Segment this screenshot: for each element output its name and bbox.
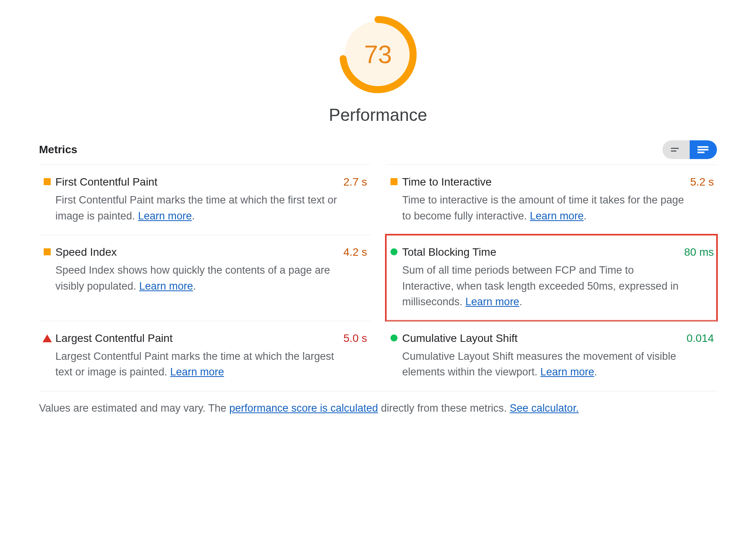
metric-body: Cumulative Layout Shift Cumulative Layou… bbox=[402, 332, 687, 380]
learn-more-link[interactable]: Learn more bbox=[170, 366, 224, 378]
metric-si: Speed Index Speed Index shows how quickl… bbox=[39, 235, 370, 321]
metric-description: First Contentful Paint marks the time at… bbox=[55, 192, 343, 224]
page-root: 73 Performance Metrics bbox=[0, 0, 756, 430]
metric-title: Total Blocking Time bbox=[402, 246, 684, 258]
learn-more-link[interactable]: Learn more bbox=[530, 210, 584, 222]
footnote-mid: directly from these metrics. bbox=[378, 402, 510, 414]
status-icon-cell bbox=[386, 176, 402, 185]
status-icon-cell bbox=[386, 246, 402, 255]
metrics-heading: Metrics bbox=[39, 143, 77, 156]
svg-rect-6 bbox=[697, 152, 705, 153]
metric-cls: Cumulative Layout Shift Cumulative Layou… bbox=[386, 321, 717, 391]
metric-body: First Contentful Paint First Contentful … bbox=[55, 176, 343, 224]
svg-rect-3 bbox=[671, 150, 676, 152]
metric-title: Time to Interactive bbox=[402, 176, 690, 188]
score-gauge-container: 73 Performance bbox=[39, 16, 717, 125]
metric-description: Time to interactive is the amount of tim… bbox=[402, 192, 690, 224]
metric-description: Speed Index shows how quickly the conten… bbox=[55, 262, 343, 294]
footnote: Values are estimated and may vary. The p… bbox=[39, 402, 717, 414]
status-icon-cell bbox=[386, 332, 402, 341]
metric-desc-post: . bbox=[584, 210, 587, 222]
status-icon-cell bbox=[39, 176, 55, 185]
status-fail-icon bbox=[43, 334, 52, 342]
metric-value: 0.014 bbox=[687, 332, 714, 345]
metric-value: 4.2 s bbox=[343, 246, 367, 258]
metric-desc-post: . bbox=[193, 280, 196, 292]
compact-view-icon bbox=[670, 146, 682, 154]
metric-desc-post: . bbox=[519, 296, 522, 308]
metric-desc-post: . bbox=[594, 366, 597, 378]
learn-more-link[interactable]: Learn more bbox=[540, 366, 594, 378]
status-average-icon bbox=[390, 178, 398, 185]
score-value: 73 bbox=[339, 16, 417, 94]
metric-body: Time to Interactive Time to interactive … bbox=[402, 176, 690, 224]
metric-desc-text: Sum of all time periods between FCP and … bbox=[402, 264, 678, 308]
status-icon-cell bbox=[39, 332, 55, 342]
score-title: Performance bbox=[329, 105, 427, 125]
view-toggle-expanded[interactable] bbox=[690, 140, 717, 159]
metric-title: Cumulative Layout Shift bbox=[402, 332, 687, 345]
metrics-grid: First Contentful Paint First Contentful … bbox=[39, 165, 717, 391]
metric-value: 80 ms bbox=[684, 246, 714, 258]
svg-rect-2 bbox=[671, 148, 679, 149]
metric-desc-text: First Contentful Paint marks the time at… bbox=[55, 194, 337, 222]
metric-title: Largest Contentful Paint bbox=[55, 332, 343, 345]
metrics-header-row: Metrics bbox=[39, 140, 717, 159]
metric-value: 5.2 s bbox=[690, 176, 714, 188]
metric-value: 2.7 s bbox=[343, 176, 367, 188]
svg-rect-5 bbox=[697, 149, 708, 150]
learn-more-link[interactable]: Learn more bbox=[139, 280, 193, 292]
status-average-icon bbox=[44, 178, 51, 185]
metric-lcp: Largest Contentful Paint Largest Content… bbox=[39, 321, 370, 391]
learn-more-link[interactable]: Learn more bbox=[465, 296, 519, 308]
status-icon-cell bbox=[39, 246, 55, 255]
metric-description: Largest Contentful Paint marks the time … bbox=[55, 348, 343, 380]
status-pass-icon bbox=[390, 334, 398, 341]
metric-value: 5.0 s bbox=[343, 332, 367, 345]
metric-description: Cumulative Layout Shift measures the mov… bbox=[402, 348, 687, 380]
status-pass-icon bbox=[390, 248, 398, 255]
metric-title: First Contentful Paint bbox=[55, 176, 343, 188]
metric-fcp: First Contentful Paint First Contentful … bbox=[39, 165, 370, 235]
metric-body: Speed Index Speed Index shows how quickl… bbox=[55, 246, 343, 294]
footnote-row: Values are estimated and may vary. The p… bbox=[39, 391, 717, 414]
metric-tti: Time to Interactive Time to interactive … bbox=[386, 165, 717, 235]
metric-body: Largest Contentful Paint Largest Content… bbox=[55, 332, 343, 380]
status-average-icon bbox=[44, 248, 51, 255]
metric-desc-text: Cumulative Layout Shift measures the mov… bbox=[402, 350, 676, 378]
see-calculator-link[interactable]: See calculator. bbox=[510, 402, 579, 414]
metric-tbt: Total Blocking Time Sum of all time peri… bbox=[386, 235, 717, 321]
metric-desc-post: . bbox=[192, 210, 195, 222]
calculator-explain-link[interactable]: performance score is calculated bbox=[229, 402, 378, 414]
expanded-view-icon bbox=[697, 145, 710, 154]
svg-rect-4 bbox=[697, 146, 708, 148]
metric-title: Speed Index bbox=[55, 246, 343, 258]
score-gauge: 73 bbox=[339, 16, 417, 94]
view-toggle-compact[interactable] bbox=[662, 140, 690, 159]
metric-description: Sum of all time periods between FCP and … bbox=[402, 262, 684, 310]
learn-more-link[interactable]: Learn more bbox=[138, 210, 192, 222]
view-toggle bbox=[662, 140, 717, 159]
metric-body: Total Blocking Time Sum of all time peri… bbox=[402, 246, 684, 310]
footnote-pre: Values are estimated and may vary. The bbox=[39, 402, 229, 414]
